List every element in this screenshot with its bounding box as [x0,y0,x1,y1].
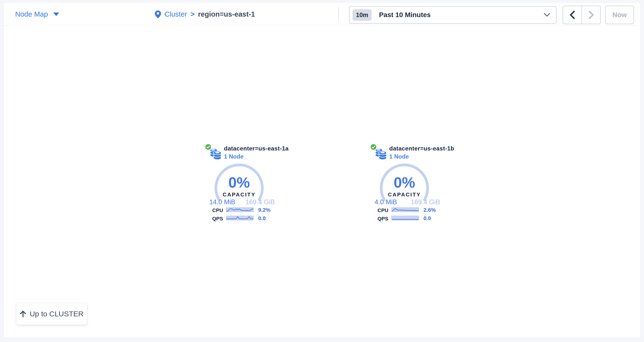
capacity-values: 4.0 MiB 169.4 GiB [374,198,440,206]
caret-down-icon [53,12,59,16]
up-to-cluster-label: Up to CLUSTER [30,310,83,318]
capacity-total: 169.4 GiB [246,198,275,206]
locality-card-us-east-1a[interactable]: datacenter=us-east-1a 1 Node 0% CAPACITY… [205,143,278,224]
breadcrumb-cluster-link[interactable]: Cluster [164,10,187,18]
capacity-values: 14.0 MiB 169.4 GiB [209,198,275,206]
qps-value: 0.0 [258,215,266,222]
chevron-right-icon [588,11,594,19]
view-selector-label: Node Map [15,10,48,18]
arrow-up-icon [20,310,26,318]
cpu-stat-row: CPU 2.6% [370,207,444,213]
up-to-cluster-button[interactable]: Up to CLUSTER [16,303,87,325]
capacity-label: CAPACITY [378,192,431,198]
chevron-left-icon [570,11,575,19]
breadcrumb-separator: > [190,10,194,18]
cpu-label: CPU [378,207,388,213]
chevron-down-icon [544,13,550,17]
capacity-used: 4.0 MiB [374,198,397,206]
qps-label: QPS [378,216,388,222]
time-prev-button[interactable] [563,6,582,24]
capacity-label: CAPACITY [212,192,266,198]
time-range-dropdown[interactable]: 10m Past 10 Minutes [349,6,556,24]
now-button[interactable]: Now [605,5,634,24]
time-step-buttons [562,5,601,24]
content-panel: Node Map Cluster > region=us-east-1 10m … [4,3,640,338]
cpu-sparkline [392,207,419,212]
cpu-label: CPU [212,207,223,213]
cpu-value: 9.2% [258,207,270,213]
qps-sparkline [392,216,419,220]
page-header: Node Map Cluster > region=us-east-1 10m … [4,3,640,26]
qps-sparkline [226,216,254,220]
cpu-stat-row: CPU 9.2% [205,207,278,213]
time-range-badge: 10m [352,9,372,21]
database-stack-icon [210,148,222,160]
cpu-value: 2.6% [424,207,436,213]
qps-stat-row: QPS 0.0 [370,216,444,222]
cpu-sparkline [226,207,254,212]
qps-stat-row: QPS 0.0 [205,216,278,222]
locality-title: datacenter=us-east-1a [224,145,289,152]
qps-label: QPS [212,216,223,222]
locality-node-count: 1 Node [224,153,244,160]
locality-title: datacenter=us-east-1b [389,145,454,152]
breadcrumb-current: region=us-east-1 [198,10,255,18]
header-divider [338,7,339,22]
node-map-page: Node Map Cluster > region=us-east-1 10m … [0,0,644,342]
capacity-total: 169.4 GiB [411,198,440,206]
breadcrumb: Cluster > region=us-east-1 [155,3,255,26]
location-pin-icon [155,10,161,18]
locality-node-count: 1 Node [389,153,409,160]
capacity-percent: 0% [378,174,431,191]
capacity-used: 14.0 MiB [209,198,236,206]
time-range-label: Past 10 Minutes [379,11,431,19]
time-next-button[interactable] [582,6,600,24]
view-selector-dropdown[interactable]: Node Map [15,3,59,26]
capacity-percent: 0% [212,174,266,191]
database-stack-icon [375,148,387,160]
locality-card-us-east-1b[interactable]: datacenter=us-east-1b 1 Node 0% CAPACITY… [370,143,444,224]
qps-value: 0.0 [424,215,431,222]
